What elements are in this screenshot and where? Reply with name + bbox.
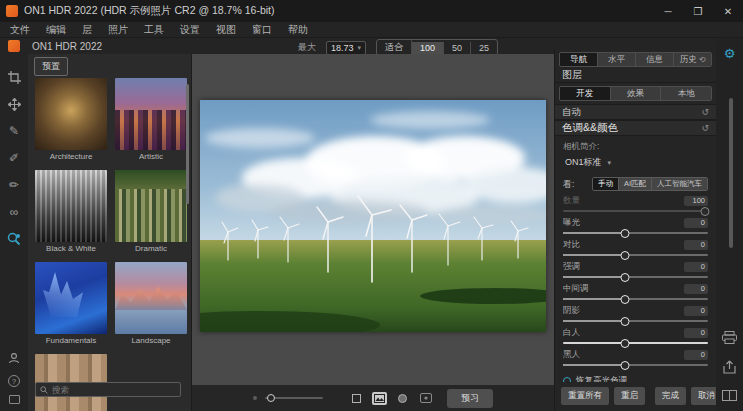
tab-history[interactable]: 历史 ⟲ (674, 53, 711, 66)
done-button[interactable]: 完成 (655, 387, 686, 405)
single-image-view-icon[interactable] (372, 392, 387, 405)
slider-handle[interactable] (621, 361, 630, 370)
refine-brush-icon[interactable]: ✏ (4, 176, 24, 194)
exposure-value[interactable]: 0 (684, 218, 708, 228)
adjustment-brush-icon[interactable]: ✎ (4, 122, 24, 140)
panel-scrollbar[interactable] (729, 98, 733, 248)
amount-value[interactable]: 100 (684, 196, 708, 206)
tone-color-body: 相机简介: ON1标准 ▾ 看: 手动 AI匹配 人工智能汽车 数量 100 (555, 136, 716, 382)
menu-view[interactable]: 视图 (216, 23, 236, 37)
sync-settings-icon[interactable]: ⚙ (724, 46, 736, 61)
zoom-100-button[interactable]: 100 (412, 42, 444, 54)
tool-strip: ✎ ✐ ✏ ∞ ? (0, 54, 28, 411)
reset-all-button[interactable]: 重置所有 (561, 387, 609, 405)
preview-button[interactable]: 预习 (447, 389, 493, 408)
exposure-slider: 曝光0 (563, 217, 708, 237)
tone-ai-auto-button[interactable]: 人工智能汽车 (652, 178, 707, 190)
menu-help[interactable]: 帮助 (288, 23, 308, 37)
preset-category-fundamentals[interactable]: Fundamentals (35, 262, 107, 348)
auto-pane-header[interactable]: 自动 ↺ (555, 104, 716, 120)
preset-category-black-white[interactable]: Black & White (35, 170, 107, 256)
right-rail: ⚙ (716, 38, 743, 411)
slider-handle[interactable] (701, 207, 710, 216)
menu-photo[interactable]: 照片 (108, 23, 128, 37)
compare-view-icon[interactable] (349, 392, 364, 405)
mask-view-icon[interactable] (395, 392, 410, 405)
dramatic-thumbnail (115, 170, 187, 242)
soft-proof-icon[interactable] (418, 392, 433, 405)
blacks-value[interactable]: 0 (684, 350, 708, 360)
zoom-value-dropdown[interactable]: 18.73 ▾ (326, 41, 366, 55)
print-icon[interactable] (722, 331, 737, 344)
tone-color-pane-header[interactable]: 色调&&颜色 ↺ (555, 120, 716, 136)
recover-highlight-tones-option[interactable]: 恢复高光色调 (563, 375, 708, 382)
export-icon[interactable] (723, 360, 736, 374)
tone-manual-button[interactable]: 手动 (593, 178, 619, 190)
midtones-value[interactable]: 0 (684, 284, 708, 294)
menu-bar: 文件 编辑 层 照片 工具 设置 视图 窗口 帮助 (0, 22, 743, 38)
midtones-slider: 中间调0 (563, 283, 708, 303)
presets-scrollbar[interactable] (186, 84, 189, 204)
tone-mode-group: 手动 AI匹配 人工智能汽车 (592, 177, 708, 191)
tab-local[interactable]: 本地 (661, 87, 711, 100)
slider-handle[interactable] (621, 229, 630, 238)
landscape-thumbnail (115, 262, 187, 334)
shadows-value[interactable]: 0 (684, 306, 708, 316)
maximize-button[interactable]: ❐ (683, 0, 713, 22)
opacity-slider-handle[interactable] (267, 394, 275, 402)
masking-bug-icon[interactable]: ∞ (4, 203, 24, 221)
crop-tool-icon[interactable] (4, 68, 24, 86)
help-icon[interactable]: ? (8, 375, 20, 387)
contrast-value[interactable]: 0 (684, 240, 708, 250)
menu-settings[interactable]: 设置 (180, 23, 200, 37)
move-tool-icon[interactable] (4, 95, 24, 113)
account-icon[interactable] (4, 349, 24, 367)
tab-develop[interactable]: 开发 (560, 87, 611, 100)
highlights-value[interactable]: 0 (684, 262, 708, 272)
slider-handle[interactable] (621, 317, 630, 326)
menu-window[interactable]: 窗口 (252, 23, 272, 37)
tab-navigator[interactable]: 导航 (560, 53, 598, 66)
chevron-down-icon: ▾ (358, 44, 362, 52)
whites-value[interactable]: 0 (684, 328, 708, 338)
opacity-slider[interactable] (265, 397, 323, 399)
fit-button[interactable]: 适合 (377, 40, 412, 55)
compare-icon[interactable] (722, 390, 737, 401)
black-white-thumbnail (35, 170, 107, 242)
slider-handle[interactable] (621, 273, 630, 282)
reset-icon[interactable]: ↺ (701, 123, 709, 133)
slider-handle[interactable] (621, 251, 630, 260)
preset-category-architecture[interactable]: Architecture (35, 78, 107, 164)
on1-logo (8, 40, 20, 52)
panel-toggle-left-icon[interactable] (9, 395, 20, 404)
reset-button[interactable]: 重启 (614, 387, 645, 405)
camera-profile-dropdown[interactable]: ON1标准 ▾ (565, 156, 708, 169)
search-input[interactable] (52, 385, 176, 395)
preset-category-dramatic[interactable]: Dramatic (115, 170, 187, 256)
menu-edit[interactable]: 编辑 (46, 23, 66, 37)
view-tool-icon[interactable] (4, 230, 24, 248)
slider-handle[interactable] (621, 295, 630, 304)
tab-info[interactable]: 信息 (636, 53, 674, 66)
photo-wind-turbines[interactable] (200, 100, 546, 332)
close-button[interactable]: ✕ (713, 0, 743, 22)
reset-icon[interactable]: ↺ (701, 107, 709, 117)
menu-file[interactable]: 文件 (10, 23, 30, 37)
menu-layer[interactable]: 层 (82, 23, 92, 37)
camera-profile-label: 相机简介: (563, 141, 708, 153)
tone-ai-match-button[interactable]: AI匹配 (619, 178, 652, 190)
slider-handle[interactable] (621, 339, 630, 348)
preset-category-artistic[interactable]: Artistic (115, 78, 187, 164)
minimize-button[interactable]: ─ (653, 0, 683, 22)
tab-levels[interactable]: 水平 (598, 53, 636, 66)
preset-category-landscape[interactable]: Landscape (115, 262, 187, 348)
zoom-50-button[interactable]: 50 (444, 42, 471, 54)
presets-tab[interactable]: 预置 (34, 57, 68, 76)
masking-brush-icon[interactable]: ✐ (4, 149, 24, 167)
tab-effects[interactable]: 效果 (611, 87, 662, 100)
whites-slider: 白人0 (563, 327, 708, 347)
window-title: ON1 HDR 2022 (HDR 示例照片 CR2 @ 18.7% 16-bi… (24, 4, 274, 18)
menu-tools[interactable]: 工具 (144, 23, 164, 37)
search-icon (40, 386, 48, 394)
zoom-25-button[interactable]: 25 (471, 42, 497, 54)
